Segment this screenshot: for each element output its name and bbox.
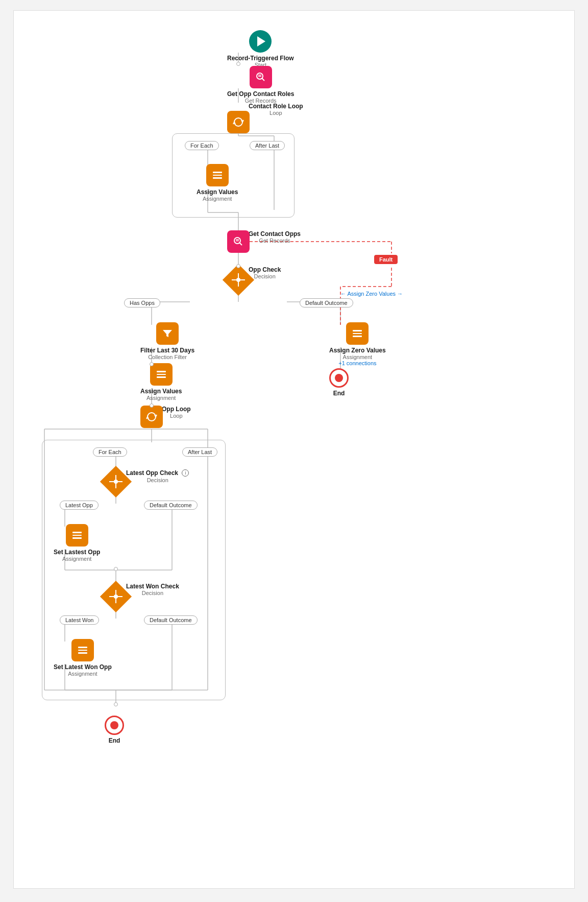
latest-opp-check-label-group: Latest Opp Check i Decision: [126, 468, 189, 483]
assign-icon-2: [150, 363, 173, 386]
assign-zero-values-node[interactable]: Assign Zero Values Assignment +1 connect…: [329, 322, 386, 366]
after-last-pill-2: After Last: [182, 447, 217, 457]
conn-dot-2: [236, 264, 240, 268]
start-icon: [249, 30, 272, 53]
contact-role-loop-label: Contact Role Loop: [249, 103, 303, 110]
flow-canvas: Record-Triggered Flow Start Get Opp Cont…: [13, 10, 575, 889]
assign-values-1-label: Assign Values: [197, 188, 238, 196]
latest-won-pill: Latest Won: [60, 615, 99, 625]
for-each-pill-2: For Each: [93, 447, 127, 457]
get-contact-opps-node[interactable]: [227, 230, 250, 253]
assign-zero-connections: +1 connections: [338, 360, 376, 366]
filter-label: Filter Last 30 Days: [140, 347, 194, 354]
filter-icon: [156, 322, 179, 345]
end-2-node[interactable]: End: [105, 716, 124, 744]
set-latest-won-opp-node[interactable]: Set Latest Won Opp Assignment: [54, 639, 112, 677]
opp-loop-label: Opp Loop: [162, 406, 191, 413]
latest-opp-pill: Latest Opp: [60, 501, 99, 510]
contact-role-loop-node[interactable]: [227, 111, 250, 133]
info-icon-1: i: [182, 469, 189, 477]
assign-values-2-node[interactable]: Assign Values Assignment: [140, 363, 182, 401]
opp-loop-icon: [140, 406, 163, 428]
opp-loop-node[interactable]: [140, 406, 163, 428]
assign-values-2-label: Assign Values: [140, 388, 182, 395]
set-latest-opp-sublabel: Assignment: [62, 556, 91, 562]
get-contact-opps-label-group: Get Contact Opps Get Records: [249, 230, 301, 244]
svg-line-57: [240, 243, 242, 246]
end-1-label: End: [333, 390, 345, 397]
opp-check-label: Opp Check: [249, 266, 281, 273]
latest-won-check-sublabel: Decision: [126, 590, 179, 596]
set-latest-opp-label: Set Lastest Opp: [54, 549, 100, 556]
set-latest-won-opp-icon: [71, 639, 94, 661]
conn-dot-6: [114, 702, 118, 706]
loop-icon: [227, 111, 250, 133]
opp-loop-sublabel: Loop: [162, 413, 191, 419]
fault-badge: Fault: [374, 255, 398, 264]
filter-sublabel: Collection Filter: [148, 354, 187, 360]
set-latest-won-opp-sublabel: Assignment: [68, 671, 97, 677]
default-outcome-pill-2: Default Outcome: [144, 501, 198, 510]
conn-dot-4: [150, 403, 154, 408]
default-outcome-pill-1: Default Outcome: [300, 298, 353, 307]
for-each-pill-1: For Each: [185, 141, 219, 150]
svg-point-65: [114, 480, 118, 484]
end-icon-1: [329, 368, 349, 388]
assign-icon-zero: [346, 322, 369, 345]
filter-last-30-days-node[interactable]: Filter Last 30 Days Collection Filter: [140, 322, 194, 360]
start-label: Record-Triggered Flow: [227, 55, 294, 62]
latest-opp-check-sublabel: Decision: [126, 477, 189, 483]
get-records-icon-2: [227, 230, 250, 253]
get-contact-opps-label: Get Contact Opps: [249, 230, 301, 238]
svg-line-53: [262, 79, 264, 81]
assign-zero-sublabel: Assignment: [343, 354, 372, 360]
latest-opp-check-label: Latest Opp Check: [126, 469, 178, 477]
opp-check-node[interactable]: [225, 266, 252, 294]
assign-icon-1: [206, 164, 229, 186]
latest-won-check-label-group: Latest Won Check Decision: [126, 583, 179, 596]
get-opp-contact-roles-label: Get Opp Contact Roles: [227, 90, 294, 98]
assign-values-1-sublabel: Assignment: [203, 196, 232, 202]
opp-check-sublabel: Decision: [249, 273, 281, 279]
opp-check-label-group: Opp Check Decision: [249, 266, 281, 279]
set-latest-opp-node[interactable]: Set Lastest Opp Assignment: [54, 524, 100, 562]
conn-dot-5: [114, 567, 118, 571]
get-contact-opps-sublabel: Get Records: [249, 238, 301, 244]
set-latest-opp-icon: [66, 524, 88, 547]
svg-point-62: [236, 278, 240, 282]
opp-loop-label-group: Opp Loop Loop: [162, 406, 191, 419]
get-opp-contact-roles-node[interactable]: Get Opp Contact Roles Get Records: [227, 66, 294, 104]
get-records-icon: [250, 66, 272, 88]
has-opps-pill: Has Opps: [124, 298, 160, 307]
after-last-pill-1: After Last: [250, 141, 285, 150]
latest-won-check-label: Latest Won Check: [126, 583, 179, 590]
contact-role-loop-sublabel: Loop: [249, 110, 303, 116]
assign-zero-label: Assign Zero Values: [329, 347, 386, 354]
latest-won-check-node[interactable]: [102, 583, 130, 610]
contact-role-loop-label-group: Contact Role Loop Loop: [249, 103, 303, 116]
default-outcome-pill-3: Default Outcome: [144, 615, 198, 625]
end-1-node[interactable]: End: [329, 368, 349, 397]
end-icon-2: [105, 716, 124, 735]
conn-dot-3: [150, 362, 154, 366]
conn-dot-1: [236, 62, 240, 66]
set-latest-won-opp-label: Set Latest Won Opp: [54, 663, 112, 671]
assign-zero-link: ← Assign Zero Values →: [340, 291, 403, 297]
end-2-label: End: [109, 737, 120, 744]
assign-values-2-sublabel: Assignment: [146, 395, 176, 401]
assign-values-1-node[interactable]: Assign Values Assignment: [197, 164, 238, 202]
svg-point-68: [114, 595, 118, 599]
latest-opp-check-node[interactable]: [102, 468, 130, 495]
